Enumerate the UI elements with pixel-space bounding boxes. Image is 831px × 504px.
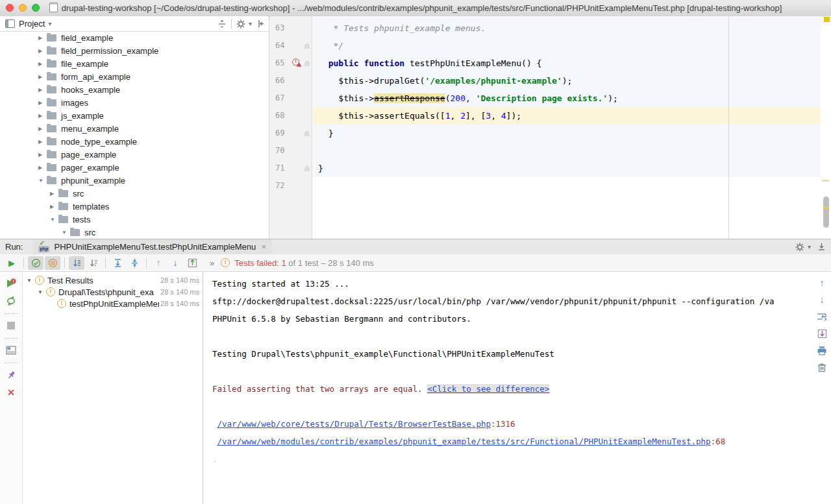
project-tree-item[interactable]: ▶form_api_example	[0, 70, 268, 83]
failed-test-run-icon[interactable]: !	[292, 58, 302, 68]
rerun-button[interactable]: ▶	[4, 256, 19, 270]
test-tree-item[interactable]: ▼!Drupal\Tests\phpunit_exa28 s 140 ms	[23, 286, 203, 298]
toolbar-separator	[146, 258, 147, 268]
chevron-right-icon[interactable]: ▶	[38, 35, 47, 41]
next-failed-test-button[interactable]: ↓	[167, 256, 183, 270]
toolbar-separator	[64, 258, 65, 268]
test-tree-item[interactable]: ▼!Test Results28 s 140 ms	[23, 274, 203, 286]
project-tree-item[interactable]: ▶src	[0, 187, 268, 200]
sort-by-duration-button[interactable]	[86, 256, 101, 270]
code-line[interactable]: * Tests phpunit_example menus.	[313, 19, 821, 37]
chevron-right-icon[interactable]: ▶	[38, 100, 47, 106]
project-tree-item[interactable]: ▶field_permission_example	[0, 44, 268, 57]
project-panel-title[interactable]: Project	[19, 19, 45, 29]
fold-marker-icon[interactable]	[304, 165, 310, 171]
run-left-toolbar: ! ✕	[0, 272, 23, 504]
project-tree-item[interactable]: ▶images	[0, 96, 268, 109]
show-passed-button[interactable]	[28, 256, 43, 270]
project-tree-item[interactable]: ▶node_type_example	[0, 135, 268, 148]
code-line[interactable]: $this->drupalGet('/examples/phpunit-exam…	[313, 72, 821, 90]
project-tree-item[interactable]: ▶templates	[0, 200, 268, 213]
console-link[interactable]: <Click to see difference>	[427, 384, 549, 394]
project-tree-item[interactable]: ▶page_example	[0, 148, 268, 161]
chevron-right-icon[interactable]: ▶	[50, 204, 58, 210]
chevron-down-icon[interactable]: ▼	[27, 278, 35, 283]
chevron-right-icon[interactable]: ▶	[38, 152, 47, 158]
fold-marker-icon[interactable]	[304, 60, 310, 66]
rerun-failed-tests-button[interactable]: !	[5, 278, 17, 289]
run-configuration-tab[interactable]: php ✓ PHPUnitExampleMenuTest.testPhpUnit…	[33, 239, 271, 254]
chevron-right-icon[interactable]: ▶	[38, 165, 47, 171]
project-tree-item[interactable]: ▶menu_example	[0, 122, 268, 135]
editor-scrollbar-thumb[interactable]	[823, 197, 829, 228]
restore-layout-button[interactable]	[5, 344, 17, 356]
project-tree-item[interactable]: ▶js_example	[0, 109, 268, 122]
clear-all-button[interactable]	[816, 361, 828, 373]
header-separator	[231, 19, 232, 29]
project-tree-item[interactable]: ▶file_example	[0, 57, 268, 70]
code-line[interactable]: }	[313, 160, 821, 177]
expand-all-button[interactable]	[110, 256, 125, 270]
console-link[interactable]: /var/www/web/modules/contrib/examples/ph…	[217, 437, 711, 446]
stop-button[interactable]	[5, 320, 17, 331]
pin-tab-button[interactable]	[5, 369, 17, 381]
project-settings-gear-button[interactable]: ▾	[236, 19, 252, 29]
more-actions-chevron[interactable]: »	[210, 258, 214, 268]
editor-code-area[interactable]: * Tests phpunit_example menus. */ public…	[313, 16, 821, 239]
soft-wrap-button[interactable]	[816, 311, 828, 322]
chevron-right-icon[interactable]: ▶	[38, 87, 47, 93]
project-tree-item[interactable]: ▼tests	[0, 213, 268, 226]
inspection-status-square[interactable]	[824, 17, 830, 22]
project-view-caret-icon[interactable]: ▾	[48, 20, 51, 27]
chevron-down-icon[interactable]: ▼	[62, 230, 70, 235]
project-tree-item[interactable]: ▼src	[0, 226, 268, 239]
chevron-right-icon[interactable]: ▶	[50, 191, 58, 197]
previous-failed-test-button[interactable]: ↑	[151, 256, 166, 270]
print-button[interactable]	[816, 344, 828, 356]
fold-marker-icon[interactable]	[304, 130, 310, 136]
scroll-to-end-button[interactable]	[816, 328, 828, 339]
code-line[interactable]: public function testPhpUnitExampleMenu()…	[313, 54, 821, 72]
console-text: .	[212, 454, 217, 464]
chevron-right-icon[interactable]: ▶	[38, 74, 47, 80]
sort-alphabetically-button[interactable]	[69, 256, 84, 270]
code-line[interactable]: */	[313, 37, 821, 54]
project-tree-item[interactable]: ▶pager_example	[0, 161, 268, 174]
code-line[interactable]: $this->assertEquals([1, 2], [3, 4]);	[313, 107, 831, 125]
chevron-right-icon[interactable]: ▶	[38, 113, 47, 119]
console-link[interactable]: /var/www/web/core/tests/Drupal/Tests/Bro…	[217, 419, 491, 429]
chevron-right-icon[interactable]: ▶	[38, 139, 47, 145]
test-console-output[interactable]: Testing started at 13:25 ...sftp://docke…	[204, 272, 813, 504]
chevron-right-icon[interactable]: ▶	[38, 61, 47, 67]
test-tree-item[interactable]: !testPhpUnitExampleMenu28 s 140 ms	[23, 298, 203, 309]
chevron-down-icon[interactable]: ▼	[38, 289, 46, 295]
line-number: 71	[275, 160, 284, 177]
rerun-tests-button[interactable]	[5, 295, 17, 307]
code-line[interactable]	[313, 177, 821, 195]
collapse-all-button[interactable]	[127, 256, 142, 270]
chevron-down-icon[interactable]: ▼	[50, 217, 58, 222]
run-settings-gear-button[interactable]: ▾	[795, 243, 811, 252]
code-line[interactable]: }	[313, 125, 821, 142]
show-ignored-button[interactable]	[45, 256, 60, 270]
chevron-right-icon[interactable]: ▶	[38, 48, 47, 54]
close-tab-icon[interactable]: ✕	[261, 243, 266, 250]
code-line[interactable]: $this->assertResponse(200, 'Description …	[313, 90, 821, 107]
hide-run-panel-button[interactable]	[817, 243, 826, 251]
close-run-panel-button[interactable]: ✕	[5, 387, 17, 398]
code-editor[interactable]: 636465!66676869707172 * Tests phpunit_ex…	[270, 16, 831, 239]
import-test-results-button[interactable]	[184, 256, 200, 270]
chevron-right-icon[interactable]: ▶	[38, 126, 47, 132]
console-line: Testing started at 13:25 ...	[212, 275, 813, 293]
project-tree-item[interactable]: ▶hooks_example	[0, 83, 268, 96]
code-line[interactable]	[313, 142, 821, 160]
project-tree-item[interactable]: ▶field_example	[0, 31, 268, 44]
project-tree-item[interactable]: ▼phpunit_example	[0, 174, 268, 187]
warning-stripe-mark[interactable]	[822, 180, 829, 182]
expand-collapse-button[interactable]	[217, 19, 227, 29]
scroll-to-bottom-button[interactable]: ↓	[816, 294, 828, 306]
hide-project-panel-button[interactable]	[256, 19, 265, 28]
fold-marker-icon[interactable]	[304, 43, 310, 49]
scroll-to-top-button[interactable]: ↑	[816, 277, 828, 289]
chevron-down-icon[interactable]: ▼	[38, 178, 47, 184]
